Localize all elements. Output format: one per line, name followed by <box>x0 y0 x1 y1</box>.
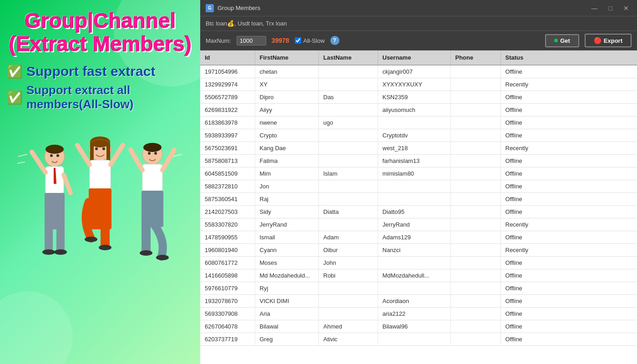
title-bar: G Group Members — □ ✕ <box>200 0 637 16</box>
svg-line-39 <box>173 154 182 157</box>
table-row[interactable]: 5882372810 Jon Offline <box>200 180 637 193</box>
table-row[interactable]: 1932078670 VICKI DIMI Acordiaon Offline <box>200 295 637 308</box>
cell-lastname: Ahmed <box>318 320 378 333</box>
cell-status: Offline <box>500 155 637 167</box>
svg-point-24 <box>95 147 98 150</box>
cell-username: ckjangir007 <box>378 65 450 78</box>
svg-line-38 <box>17 162 25 163</box>
cell-username: XYXYXYXUXY <box>378 78 450 91</box>
cell-firstname: XY <box>255 78 318 91</box>
allslow-checkbox[interactable] <box>295 37 301 44</box>
cell-status: Offline <box>500 65 637 78</box>
cell-lastname: Ativic <box>318 333 378 346</box>
cell-id: 5882372810 <box>200 180 255 193</box>
cell-firstname: Ryj <box>255 282 318 295</box>
table-row[interactable]: 1416605898 Md Mozdaheduld... Robi MdMozd… <box>200 269 637 282</box>
export-button[interactable]: 🔴 Export <box>585 34 632 47</box>
maximize-button[interactable]: □ <box>606 4 615 13</box>
minimize-button[interactable]: — <box>589 4 601 13</box>
col-header-firstname: FirstName <box>255 51 318 65</box>
table-row[interactable]: 1329929974 XY XYXYXYXUXY Recently <box>200 78 637 91</box>
close-button[interactable]: ✕ <box>621 4 632 13</box>
cell-phone <box>450 257 500 269</box>
svg-point-36 <box>154 152 157 155</box>
cell-phone <box>450 116 500 129</box>
cell-id: 5506572789 <box>200 91 255 104</box>
table-row[interactable]: 5875808713 Fatima farhanislam13 Offline <box>200 155 637 167</box>
cell-firstname: Crypto <box>255 129 318 142</box>
cell-phone <box>450 206 500 218</box>
cell-username: west_218 <box>378 142 450 155</box>
table-row[interactable]: 5506572789 Dipro Das KSN2359 Offline <box>200 91 637 104</box>
svg-rect-28 <box>142 164 162 192</box>
col-header-username: Username <box>378 51 450 65</box>
cell-status: Recently <box>500 142 637 155</box>
cell-username: farhanislam13 <box>378 155 450 167</box>
cell-phone <box>450 155 500 167</box>
maxnum-label: MaxNum: <box>206 37 231 44</box>
table-row[interactable]: 6269831922 Aiiyy aiiyusomuch Offline <box>200 104 637 116</box>
cell-lastname: Islam <box>318 167 378 180</box>
cell-phone <box>450 78 500 91</box>
cell-id: 6269831922 <box>200 104 255 116</box>
cell-username: Adams129 <box>378 231 450 244</box>
feature-all-text: Support extract all members(All-Slow) <box>26 83 193 111</box>
table-row[interactable]: 6183863978 nwene ugo Offline <box>200 116 637 129</box>
cell-firstname: Mim <box>255 167 318 180</box>
table-row[interactable]: 6203737719 Greg Ativic Offline <box>200 333 637 346</box>
table-row[interactable]: 5675023691 Kang Dae west_218 Recently <box>200 142 637 155</box>
get-button[interactable]: Get <box>545 34 579 47</box>
cell-status: Offline <box>500 167 637 180</box>
cell-lastname: ugo <box>318 116 378 129</box>
table-row[interactable]: 6045851509 Mim Islam mimislam80 Offline <box>200 167 637 180</box>
cell-id: 1416605898 <box>200 269 255 282</box>
table-row[interactable]: 1971054996 chetan ckjangir007 Offline <box>200 65 637 78</box>
table-row[interactable]: 1960801940 Cyann Oibur Nanzci Recently <box>200 244 637 257</box>
cell-phone <box>450 295 500 308</box>
cell-phone <box>450 193 500 206</box>
cell-firstname: Md Mozdaheduld... <box>255 269 318 282</box>
table-header: Id FirstName LastName Username Phone Sta… <box>200 51 637 65</box>
cell-username <box>378 180 450 193</box>
table-row[interactable]: 5693307908 Aria aria2122 Offline <box>200 308 637 320</box>
table-row[interactable]: 5938933997 Crypto Cryptotdv Offline <box>200 129 637 142</box>
svg-point-21 <box>99 245 111 250</box>
cell-username: Diatto95 <box>378 206 450 218</box>
cell-status: Offline <box>500 231 637 244</box>
col-header-lastname: LastName <box>318 51 378 65</box>
table-row[interactable]: 1478590955 Ismail Adam Adams129 Offline <box>200 231 637 244</box>
cell-id: 5976610779 <box>200 282 255 295</box>
cell-username: Acordiaon <box>378 295 450 308</box>
cell-status: Offline <box>500 180 637 193</box>
maxnum-input[interactable] <box>237 36 266 46</box>
cell-firstname: JerryRand <box>255 218 318 231</box>
cell-lastname <box>318 308 378 320</box>
table-row[interactable]: 6080761772 Moses John Offline <box>200 257 637 269</box>
controls-bar: MaxNum: 39978 All-Slow ? Get 🔴 Export <box>200 31 637 51</box>
left-panel: Group|Channel (Extract Members) ✅ Suppor… <box>0 0 200 364</box>
cell-firstname: Aria <box>255 308 318 320</box>
table-row[interactable]: 6267064078 Bilawal Ahmed Bilawal96 Offli… <box>200 320 637 333</box>
svg-line-10 <box>64 175 71 193</box>
cell-firstname: Aiiyy <box>255 104 318 116</box>
export-icon: 🔴 <box>594 37 602 44</box>
table-row[interactable]: 5875360541 Raj Offline <box>200 193 637 206</box>
col-header-status: Status <box>500 51 637 65</box>
svg-point-35 <box>148 152 151 155</box>
cell-status: Offline <box>500 333 637 346</box>
table-row[interactable]: 2142027503 Sidy Diatta Diatto95 Offline <box>200 206 637 218</box>
svg-line-9 <box>32 152 46 172</box>
cell-status: Offline <box>500 320 637 333</box>
cell-phone <box>450 142 500 155</box>
cell-phone <box>450 91 500 104</box>
table-row[interactable]: 5583307820 JerryRand JerryRand Recently <box>200 218 637 231</box>
table-row[interactable]: 5976610779 Ryj Offline <box>200 282 637 295</box>
cell-phone <box>450 244 500 257</box>
cell-status: Offline <box>500 308 637 320</box>
cell-lastname <box>318 295 378 308</box>
cell-status: Offline <box>500 91 637 104</box>
app-icon: G <box>206 4 214 12</box>
help-button[interactable]: ? <box>330 36 339 45</box>
cell-username <box>378 193 450 206</box>
cell-phone <box>450 129 500 142</box>
